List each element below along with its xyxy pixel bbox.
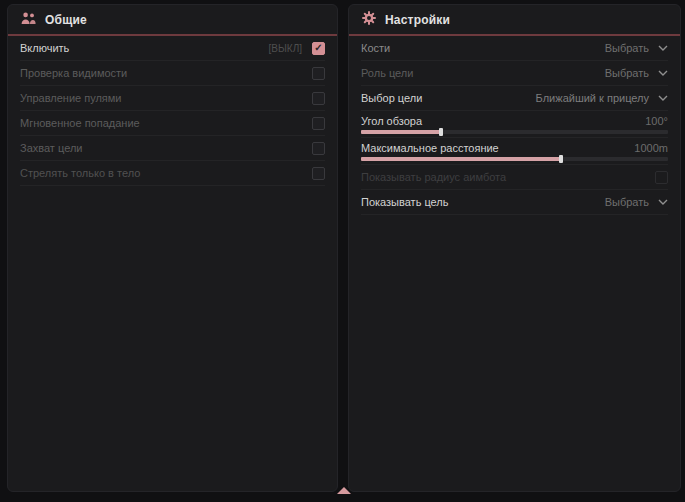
- row-bullet-control: Управление пулями: [20, 86, 325, 111]
- show-target-dropdown-value: Выбрать: [605, 196, 649, 208]
- fov-slider-head: Угол обзора 100°: [361, 113, 668, 128]
- row-target-role: Роль цели Выбрать: [361, 61, 668, 86]
- row-aimbot-radius-label: Показывать радиус аимбота: [361, 171, 655, 183]
- row-enable: Включить [ВЫКЛ] ✓: [20, 36, 325, 61]
- max-distance-value: 1000m: [634, 142, 668, 154]
- chevron-down-icon: [658, 70, 668, 76]
- bones-dropdown-value: Выбрать: [605, 42, 649, 54]
- slider-handle[interactable]: [439, 128, 443, 136]
- row-target-lock: Захват цели: [20, 136, 325, 161]
- row-instant-hit-label: Мгновенное попадание: [20, 117, 312, 129]
- settings-rows: Кости Выбрать Роль цели Выбрать Выбор це…: [349, 36, 680, 215]
- people-icon: [21, 11, 36, 29]
- target-role-dropdown[interactable]: Выбрать: [605, 67, 668, 79]
- panel-settings-title: Настройки: [385, 13, 450, 27]
- max-distance-slider-head: Максимальное расстояние 1000m: [361, 140, 668, 155]
- fov-value: 100°: [645, 115, 668, 127]
- target-lock-checkbox[interactable]: [312, 142, 325, 155]
- instant-hit-checkbox[interactable]: [312, 117, 325, 130]
- row-visibility-check: Проверка видимости: [20, 61, 325, 86]
- row-fov-label: Угол обзора: [361, 115, 645, 127]
- fov-slider-fill: [361, 130, 441, 134]
- fov-slider[interactable]: [361, 130, 668, 134]
- show-target-dropdown[interactable]: Выбрать: [605, 196, 668, 208]
- aimbot-radius-checkbox[interactable]: [655, 171, 668, 184]
- row-bones: Кости Выбрать: [361, 36, 668, 61]
- row-bullet-control-label: Управление пулями: [20, 92, 312, 104]
- target-role-dropdown-value: Выбрать: [605, 67, 649, 79]
- check-icon: ✓: [314, 43, 322, 53]
- row-max-distance-label: Максимальное расстояние: [361, 142, 634, 154]
- row-body-only: Стрелять только в тело: [20, 161, 325, 186]
- row-aimbot-radius: Показывать радиус аимбота: [361, 165, 668, 190]
- triangle-up-icon[interactable]: [337, 487, 351, 494]
- chevron-down-icon: [658, 95, 668, 101]
- row-visibility-check-label: Проверка видимости: [20, 67, 312, 79]
- row-show-target: Показывать цель Выбрать: [361, 190, 668, 215]
- bones-dropdown[interactable]: Выбрать: [605, 42, 668, 54]
- max-distance-slider-fill: [361, 157, 561, 161]
- row-max-distance: Максимальное расстояние 1000m: [361, 138, 668, 165]
- chevron-down-icon: [658, 199, 668, 205]
- target-selection-dropdown[interactable]: Ближайший к прицелу: [536, 92, 668, 104]
- chevron-down-icon: [658, 45, 668, 51]
- general-rows: Включить [ВЫКЛ] ✓ Проверка видимости Упр…: [8, 36, 337, 186]
- row-enable-label: Включить: [20, 42, 269, 54]
- row-instant-hit: Мгновенное попадание: [20, 111, 325, 136]
- row-target-role-label: Роль цели: [361, 67, 605, 79]
- panel-settings: Настройки Кости Выбрать Роль цели Выбрат…: [348, 4, 681, 492]
- panel-general-title: Общие: [45, 13, 87, 27]
- row-target-selection: Выбор цели Ближайший к прицелу: [361, 86, 668, 111]
- keybind-hint: [ВЫКЛ]: [269, 43, 302, 54]
- slider-handle[interactable]: [559, 155, 563, 163]
- body-only-checkbox[interactable]: [312, 167, 325, 180]
- target-selection-dropdown-value: Ближайший к прицелу: [536, 92, 649, 104]
- visibility-check-checkbox[interactable]: [312, 67, 325, 80]
- panel-general-header: Общие: [8, 5, 337, 34]
- max-distance-slider[interactable]: [361, 157, 668, 161]
- row-bones-label: Кости: [361, 42, 605, 54]
- row-body-only-label: Стрелять только в тело: [20, 167, 312, 179]
- panel-general: Общие Включить [ВЫКЛ] ✓ Проверка видимос…: [7, 4, 338, 492]
- row-target-lock-label: Захват цели: [20, 142, 312, 154]
- panel-settings-header: Настройки: [349, 5, 680, 34]
- row-target-selection-label: Выбор цели: [361, 92, 536, 104]
- enable-checkbox[interactable]: ✓: [312, 42, 325, 55]
- bullet-control-checkbox[interactable]: [312, 92, 325, 105]
- row-show-target-label: Показывать цель: [361, 196, 605, 208]
- gear-icon: [362, 11, 376, 29]
- row-fov: Угол обзора 100°: [361, 111, 668, 138]
